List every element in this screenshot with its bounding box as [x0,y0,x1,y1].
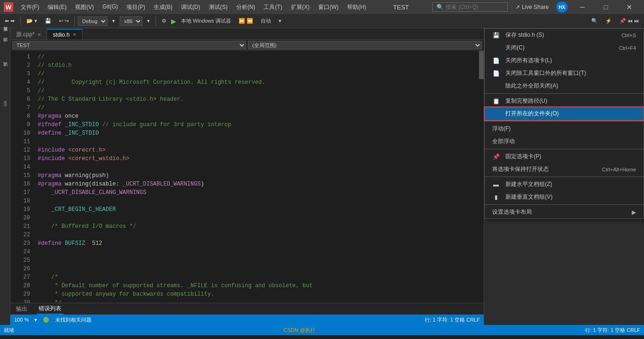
title-bar-left: W 文件(F) 编辑(E) 视图(V) Git(G) 项目(P) 生成(B) 调… [4,2,370,12]
status-arrow: ▾ [34,317,37,323]
right-panel: 💾 保存 stdio.h (S) Ctrl+S 关闭(C) Ctrl+F4 📄 … [484,28,644,325]
csdn-watermark: CSDN @执行 [284,327,315,334]
menu-window[interactable]: 窗口(W) [314,2,342,12]
menu-build[interactable]: 生成(B) [150,2,176,12]
toolbar-sep3 [156,16,156,26]
toolbar-build[interactable]: ⚙ [159,17,169,25]
pin-icon: 📌 [492,153,500,161]
tab-close-source[interactable]: ✕ [37,32,41,37]
title-bar-right: 🔍 ↗ Live Share HX ─ □ ✕ [432,0,640,14]
ctx-sep3 [485,149,644,149]
maximize-button[interactable]: □ [595,0,617,14]
sidebar-icon-debug[interactable]: 调试 [0,65,10,74]
context-menu: 💾 保存 stdio.h (S) Ctrl+S 关闭(C) Ctrl+F4 📄 … [484,28,644,219]
ctx-close-all[interactable]: 除此之外全部关闭(A) [485,80,644,92]
search-box[interactable]: 🔍 [432,2,508,12]
scrollbar-thumb[interactable] [479,51,484,79]
range-select[interactable]: (全局范围) [248,41,482,49]
bottom-position: 行: 1 字符: 1 空格 CRLF [585,327,640,334]
debug-config-select[interactable]: Debug [78,16,107,26]
run-label[interactable]: 本地 Windows 调试器 [178,16,234,25]
ctx-keep-open[interactable]: 将选项卡保持打开状态 Ctrl+Alt+Home [485,163,644,176]
ctx-float-all[interactable]: 全部浮动 [485,135,644,148]
user-avatar[interactable]: HX [556,1,568,13]
close-tabs-icon: 📄 [492,57,500,65]
copy-icon: 📋 [492,97,500,105]
toolbar-new[interactable]: ⬅ ➡ [2,17,17,25]
folder-icon [492,110,500,118]
ctx-float[interactable]: 浮动(F) [485,122,644,135]
toolbar-start[interactable]: ▶ [171,17,176,25]
code-content[interactable]: // // stdio.h // // Copyright (c) Micros… [34,51,479,303]
toolbar-step[interactable]: ⏩ ⏪ [236,17,256,25]
menu-extensions[interactable]: 扩展(X) [287,2,314,12]
sidebar-icon-solution[interactable]: 解决方案 [0,30,10,40]
menu-test[interactable]: 测试(S) [205,2,231,12]
ctx-save[interactable]: 💾 保存 stdio.h (S) Ctrl+S [485,29,644,41]
v-group-icon: ▮ [492,194,500,201]
auto-arrow[interactable]: ▾ [276,17,284,25]
search-icon: 🔍 [437,4,444,10]
editor-area: 源.cpp* ✕ stdio.h ✕ TEST (全局范围) 12345 678… [10,28,484,325]
h-group-icon: ▬ [492,181,500,188]
status-left: 100 % ▾ 🟢 未找到相关问题 [14,316,91,323]
menu-edit[interactable]: 编辑(E) [44,2,70,12]
minimize-button[interactable]: ─ [571,0,593,14]
ready-status: 就绪 [4,327,14,334]
menu-file[interactable]: 文件(F) [17,2,43,12]
close-button[interactable]: ✕ [619,0,640,14]
toolbar-sep1 [20,16,21,26]
zoom-level: 100 % [14,317,29,323]
submenu-arrow-icon: ▶ [632,209,636,216]
ctx-new-h-group[interactable]: ▬ 新建水平文档组(Z) [485,178,644,191]
tab-stdio-h[interactable]: stdio.h ✕ [47,29,82,40]
ctx-tab-layout[interactable]: 设置选项卡布局 ▶ [485,206,644,218]
live-share-button[interactable]: ↗ Live Share [512,4,553,10]
bottom-right: 行: 1 字符: 1 空格 CRLF [585,327,640,334]
tab-close-stdio[interactable]: ✕ [73,32,76,37]
config-arrow[interactable]: ▾ [109,17,118,25]
output-bar: 输出 错误列表 [10,303,484,315]
toolbar-open[interactable]: 📂 ▾ [24,17,40,25]
menu-project[interactable]: 项目(P) [123,2,149,12]
toolbar-save[interactable]: 💾 [42,17,54,25]
auto-label[interactable]: 自动 [258,16,274,25]
tab-source-cpp[interactable]: 源.cpp* ✕ [10,29,47,40]
scope-select[interactable]: TEST [12,41,246,49]
menu-debug[interactable]: 调试(D) [177,2,204,12]
ctx-open-folder[interactable]: 打开所在的文件夹(O) [485,107,644,120]
menu-analyze[interactable]: 分析(N) [232,2,259,12]
sidebar-icon-git[interactable]: Git [0,99,10,108]
status-text: 未找到相关问题 [55,316,91,323]
ctx-sep1 [485,93,644,94]
search-input[interactable] [446,4,502,10]
ctx-close[interactable]: 关闭(C) Ctrl+F4 [485,41,644,54]
ctx-close-all-tabs[interactable]: 📄 关闭所有选项卡(L) [485,54,644,67]
ctx-close-others[interactable]: 📄 关闭除工具窗口外的所有窗口(T) [485,67,644,80]
sidebar-icon-test[interactable]: 测试 [0,40,10,50]
arch-arrow[interactable]: ▾ [144,17,153,25]
live-share-icon: ↗ [515,4,520,10]
menu-help[interactable]: 帮助(H) [343,2,370,12]
menu-git[interactable]: Git(G) [99,2,122,12]
menu-tools[interactable]: 工具(T) [260,2,286,12]
menu-view[interactable]: 视图(V) [71,2,98,12]
ctx-new-v-group[interactable]: ▮ 新建垂直文档组(V) [485,191,644,203]
cursor-position: 行: 1 字符: 1 空格 CRLF [425,316,480,323]
close-others-icon: 📄 [492,70,500,77]
close-all-icon [492,82,500,90]
status-dot-icon: 🟢 [43,317,50,323]
toolbar-extra1[interactable]: 🔍 [588,17,601,25]
ctx-sep5 [485,204,644,205]
status-right: 行: 1 字符: 1 空格 CRLF [425,316,480,323]
window-controls: ─ □ ✕ [571,0,640,14]
ctx-pin-tab[interactable]: 📌 固定选项卡(P) [485,150,644,163]
toolbar-extra2[interactable]: ⚡ [603,17,615,25]
toolbar-undo-redo[interactable]: ↩ ↪ [56,17,72,25]
output-tab-output[interactable]: 输出 [14,304,29,314]
output-tab-errors[interactable]: 错误列表 [37,304,63,315]
toolbar-extra3[interactable]: 📌 ⏮ ⏭ [617,17,642,25]
arch-select[interactable]: x86 [120,16,142,26]
vertical-scrollbar[interactable] [479,51,484,303]
ctx-copy-path[interactable]: 📋 复制完整路径(U) [485,95,644,107]
